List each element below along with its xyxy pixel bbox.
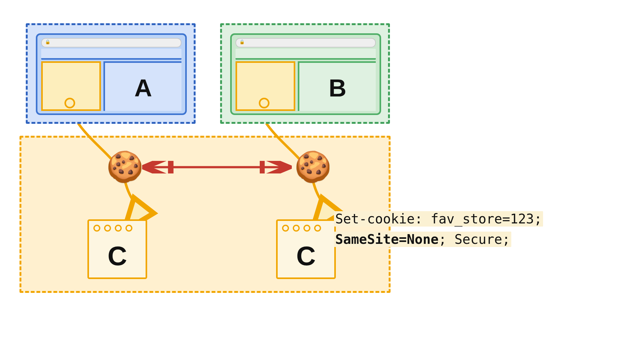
site-content: A — [103, 61, 181, 111]
site-content: B — [298, 61, 376, 111]
toolbar — [236, 49, 376, 60]
server-window-c-right: C — [276, 219, 336, 279]
lock-icon: 🔒 — [45, 39, 50, 44]
browser-window-a: 🔒 A — [36, 33, 187, 115]
bidirectional-arrow — [141, 161, 292, 173]
server-window-c-left: C — [87, 219, 147, 279]
toolbar — [41, 49, 181, 60]
address-bar — [236, 38, 376, 47]
lock-icon: 🔒 — [239, 39, 245, 44]
server-label: C — [278, 240, 334, 272]
browser-window-b: 🔒 B — [230, 33, 381, 115]
site-label: B — [299, 74, 376, 102]
window-dots-icon — [93, 225, 132, 232]
cookie-icon: 🍪 — [106, 152, 144, 182]
connection-node-icon — [259, 98, 269, 108]
window-dots-icon — [282, 225, 321, 232]
site-label: A — [105, 74, 181, 102]
set-cookie-header-callout: Set-cookie: fav_store=123; SameSite=None… — [334, 209, 543, 250]
connection-node-icon — [64, 98, 75, 108]
server-label: C — [89, 240, 146, 272]
code-line: Set-cookie: fav_store=123; — [334, 211, 543, 227]
cookie-icon: 🍪 — [294, 152, 332, 182]
address-bar — [41, 38, 181, 47]
site-a-context-box: 🔒 A — [26, 23, 196, 124]
code-line: ; Secure; — [439, 232, 510, 247]
site-b-context-box: 🔒 B — [220, 23, 390, 124]
code-samesite-attr: SameSite=None — [335, 232, 439, 247]
